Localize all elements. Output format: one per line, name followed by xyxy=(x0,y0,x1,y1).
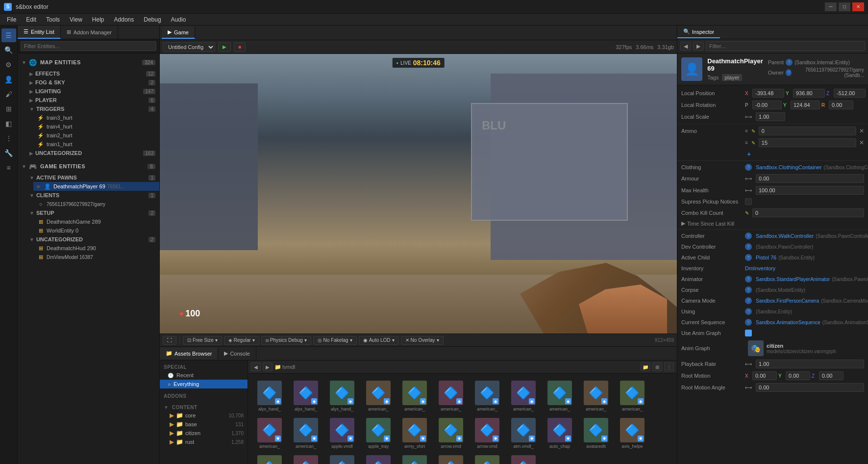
tab-addon-manager[interactable]: ⊞ Addon Manager xyxy=(61,26,118,39)
menu-item-debug[interactable]: Debug xyxy=(139,15,166,24)
asset-item-11[interactable]: 🔷◆american_ xyxy=(253,416,286,451)
play-button[interactable]: ▶ xyxy=(218,42,231,52)
root-motion-x[interactable] xyxy=(752,371,777,380)
ammo-2-clear[interactable]: ✕ xyxy=(859,139,864,146)
parent-help-icon[interactable]: ? xyxy=(786,59,793,66)
subheader-active-pawns[interactable]: ▼ ACTIVE PAWNS 1 xyxy=(25,173,159,182)
asset-item-25[interactable]: 🔷◆balloone_ xyxy=(362,453,395,464)
entity-client-garry[interactable]: ○ 76561197960279927/garry xyxy=(33,200,159,208)
asset-item-10[interactable]: 🔷◆american_ xyxy=(616,379,649,414)
asset-item-17[interactable]: 🔷◆arrow.vmd xyxy=(471,416,504,451)
root-motion-z[interactable] xyxy=(819,371,843,380)
subheader-uncategorized-game[interactable]: ▼ UNCATEGORIZED 2 xyxy=(25,235,159,244)
grid-view-button[interactable]: ⊞ xyxy=(652,362,662,371)
folder-base[interactable]: ▶ 📁 base 131 xyxy=(160,420,248,429)
asset-item-15[interactable]: 🔷◆army_shirt xyxy=(398,416,431,451)
asset-item-12[interactable]: 🔷◆american_ xyxy=(289,416,322,451)
sidebar-icon-dots[interactable]: ⋮ xyxy=(1,131,16,145)
suppress-pickup-checkbox[interactable] xyxy=(745,198,752,205)
subheader-player[interactable]: ▶ PLAYER 6 xyxy=(25,96,159,104)
tab-game[interactable]: ▶ Game xyxy=(162,26,195,39)
maximize-button[interactable]: □ xyxy=(839,2,850,11)
more-options-button[interactable]: ⋮ xyxy=(664,362,674,371)
menu-item-addons[interactable]: Addons xyxy=(109,15,139,24)
entity-train2-hurt[interactable]: ⚡ train2_hurt xyxy=(33,131,159,140)
fullscreen-button[interactable]: ⛶ xyxy=(163,336,176,345)
debug-button[interactable]: ⧈ Physics Debug ▾ xyxy=(261,336,311,345)
viewport[interactable]: BLU ● LIVE 08:10:46 ♥ 100 xyxy=(160,54,677,334)
tab-console[interactable]: ▶ Console xyxy=(218,348,256,359)
entity-train4-hurt[interactable]: ⚡ train4_hurt xyxy=(33,122,159,131)
asset-item-14[interactable]: 🔷◆apple_tray xyxy=(362,416,395,451)
fakelag-button[interactable]: ◎ No Fakelag ▾ xyxy=(313,336,357,345)
sidebar-icon-entities[interactable]: ☰ xyxy=(1,28,16,42)
sidebar-icon-search[interactable]: 🔍 xyxy=(1,43,16,57)
sidebar-icon-brush[interactable]: 🖌 xyxy=(1,87,16,101)
config-select[interactable]: Untitled Config xyxy=(163,42,215,52)
asset-item-13[interactable]: 🔷◆apple.vmdl xyxy=(325,416,359,451)
minimize-button[interactable]: ─ xyxy=(825,2,837,11)
tab-inspector[interactable]: 🔍 Inspector xyxy=(677,26,720,38)
menu-item-tools[interactable]: Tools xyxy=(41,15,65,24)
close-button[interactable]: ✕ xyxy=(852,2,864,11)
group-map-entities[interactable]: ▼ 🌐 MAP ENTITIES 324 xyxy=(18,55,159,69)
asset-item-7[interactable]: 🔷◆american_ xyxy=(507,379,540,414)
inventory-link[interactable]: DmInventory xyxy=(745,265,775,271)
asset-item-18[interactable]: 🔷◆atm.vmdl_ xyxy=(507,416,540,451)
asset-item-8[interactable]: 🔷◆american_ xyxy=(543,379,576,414)
folder-citizen[interactable]: ▶ 📁 citizen 1,370 xyxy=(160,429,248,438)
asset-item-27[interactable]: 🔷◆banana_ur_ xyxy=(434,453,468,464)
overlay-button[interactable]: ✕ No Overlay ▾ xyxy=(401,336,444,345)
menu-item-help[interactable]: Help xyxy=(87,15,109,24)
rot-p-input[interactable] xyxy=(752,101,782,109)
subheader-triggers[interactable]: ▼ TRIGGERS 4 xyxy=(25,104,159,113)
ammo-add-button[interactable]: + xyxy=(745,150,753,158)
subheader-setup[interactable]: ▼ SETUP 2 xyxy=(25,208,159,217)
pos-x-input[interactable] xyxy=(752,89,784,98)
menu-item-audio[interactable]: Audio xyxy=(166,15,191,24)
sidebar-icon-layers[interactable]: ◧ xyxy=(1,117,16,130)
entity-train1-hurt[interactable]: ⚡ train1_hurt xyxy=(33,140,159,149)
lod-button[interactable]: ◉ Auto LOD ▾ xyxy=(359,336,399,345)
asset-item-24[interactable]: 🔷◆balloone_ xyxy=(325,453,359,464)
rot-r-input[interactable] xyxy=(829,101,853,109)
subheader-effects[interactable]: ▶ EFFECTS 12 xyxy=(25,69,159,78)
nav-forward-button[interactable]: ▶ xyxy=(263,362,273,371)
asset-item-21[interactable]: 🔷◆axis_helpe xyxy=(616,416,649,451)
menu-item-edit[interactable]: Edit xyxy=(21,15,41,24)
menu-item-file[interactable]: File xyxy=(2,15,21,24)
playback-rate-input[interactable] xyxy=(756,360,864,368)
armour-input[interactable] xyxy=(756,174,864,183)
prop-time-since-kill[interactable]: ▶ Time Since Last Kill xyxy=(677,219,868,228)
controller-link[interactable]: Sandbox.WalkController xyxy=(756,233,814,239)
subheader-lighting[interactable]: ▶ LIGHTING 147 xyxy=(25,87,159,96)
inspector-back-button[interactable]: ◀ xyxy=(680,42,691,51)
asset-item-3[interactable]: 🔷◆american_ xyxy=(362,379,395,414)
rot-y-input[interactable] xyxy=(791,101,820,109)
quality-button[interactable]: ◈ Regular ▾ xyxy=(224,336,259,345)
asset-item-28[interactable]: 🔷◆banana_tr_ xyxy=(471,453,504,464)
asset-item-22[interactable]: 🔷◆axis_helpe xyxy=(253,453,286,464)
group-game-entities[interactable]: ▼ 🎮 GAME ENTITIES 6 xyxy=(18,159,159,173)
stop-button[interactable]: ■ xyxy=(234,42,246,52)
camera-mode-link[interactable]: Sandbox.FirstPersonCamera xyxy=(756,298,819,304)
asset-item-9[interactable]: 🔷◆american_ xyxy=(579,379,613,414)
entity-deathmatch-game[interactable]: ⊞ DeathmatchGame 289 xyxy=(33,217,159,226)
asset-item-26[interactable]: 🔷◆ballontall_ xyxy=(398,453,431,464)
tab-entity-list[interactable]: ☰ Entity List xyxy=(18,26,61,39)
asset-item-23[interactable]: 🔷◆balaclaw_ xyxy=(289,453,322,464)
asset-item-16[interactable]: 🔷◆arrow.vmd xyxy=(434,416,468,451)
current-sequence-link[interactable]: Sandbox.AnimationSequence xyxy=(756,320,820,325)
subheader-uncategorized-map[interactable]: ▶ UNCATEGORIZED 163 xyxy=(25,149,159,157)
sidebar-icon-tools[interactable]: 🔧 xyxy=(1,146,16,160)
sidebar-icon-grid[interactable]: ⊞ xyxy=(1,102,16,116)
combo-kill-input[interactable] xyxy=(752,208,864,217)
entity-deathmatch-hud[interactable]: ⊞ DeathmatchHud 290 xyxy=(33,244,159,253)
subheader-clients[interactable]: ▼ CLIENTS 1 xyxy=(25,191,159,200)
nav-back-button[interactable]: ◀ xyxy=(251,362,261,371)
assets-item-recent[interactable]: 🕐 Recent xyxy=(160,371,248,380)
pos-y-input[interactable] xyxy=(793,89,825,98)
asset-item-2[interactable]: 🔷◆alyx_hand_ xyxy=(325,379,359,414)
entity-deathmatch-player[interactable]: ▶ 👤 DeathmatchPlayer 69 76561... xyxy=(33,182,159,191)
filter-input[interactable] xyxy=(21,41,156,51)
